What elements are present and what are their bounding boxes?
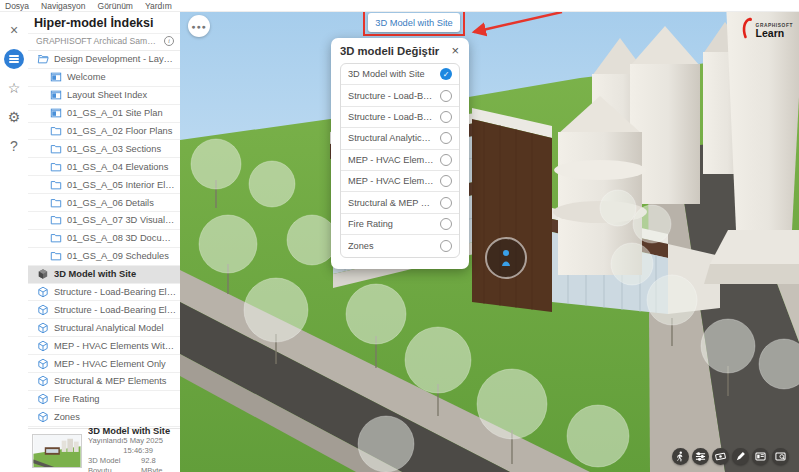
model-option-list: 3D Model with Site ✓ Structure - Load-Be…: [340, 63, 460, 258]
sidebar-item[interactable]: 01_GS_A_07 3D Visualization: [28, 212, 180, 230]
model-selector-button[interactable]: 3D Model with Site: [368, 13, 460, 32]
cube-icon: [36, 393, 49, 406]
cube-icon: [36, 357, 49, 370]
hypermodel-index-icon[interactable]: [4, 49, 24, 69]
cutaway-button[interactable]: [712, 448, 729, 465]
sidebar-item[interactable]: 01_GS_A_04 Elevations: [28, 158, 180, 176]
cube-icon: [36, 411, 49, 424]
published-label: Yayınlandı: [88, 436, 123, 456]
model-option[interactable]: Structure - Load-Bearing Elem...: [341, 85, 459, 106]
folder-icon: [49, 232, 62, 245]
project-name: GRAPHISOFT Archicad Sample Project - S..…: [36, 36, 160, 46]
model-thumbnail: [32, 434, 82, 468]
favorites-star-icon[interactable]: ☆: [4, 78, 24, 98]
more-options-button[interactable]: ●●●: [188, 15, 210, 37]
menu-bar: DosyaNavigasyonGörünümYardım: [0, 0, 799, 12]
hypermodel-index-panel: Hiper-model İndeksi GRAPHISOFT Archicad …: [28, 12, 180, 472]
radio-icon[interactable]: [440, 154, 452, 166]
sidebar-item[interactable]: 01_GS_A_09 Schedules: [28, 248, 180, 266]
published-value: 5 May 2025 15:46:39: [123, 436, 176, 456]
cube-icon: [36, 321, 49, 334]
menu-item-dosya[interactable]: Dosya: [5, 1, 29, 11]
sidebar-item[interactable]: Structure - Load-Bearing Elements: [28, 284, 180, 302]
hotspot-marker[interactable]: [486, 238, 526, 278]
folder-icon: [49, 178, 62, 191]
folder-icon: [49, 142, 62, 155]
logo-product-text: Learn: [756, 28, 793, 38]
info-panel-button[interactable]: [752, 448, 769, 465]
model-option[interactable]: MEP - HVAC Elements Within 3...: [341, 150, 459, 171]
radio-icon[interactable]: [440, 240, 452, 252]
close-icon[interactable]: ×: [450, 45, 460, 57]
viewer-toolbar: [672, 448, 789, 465]
sidebar-item[interactable]: Welcome: [28, 69, 180, 87]
3d-viewport[interactable]: ●●● 3D Model with Site GRAPHISOFT Learn …: [180, 12, 799, 472]
info-icon[interactable]: i: [164, 36, 174, 46]
folder-icon: [49, 160, 62, 173]
sidebar-item[interactable]: 01_GS_A_06 Details: [28, 194, 180, 212]
sidebar-item[interactable]: 01_GS_A_02 Floor Plans: [28, 123, 180, 141]
model-option[interactable]: Structural & MEP Elements: [341, 192, 459, 213]
radio-icon[interactable]: [440, 197, 452, 209]
sidebar-item[interactable]: Structure - Load-Bearing Elements - Tra.…: [28, 301, 180, 319]
sidebar-item[interactable]: 01_GS_A_03 Sections: [28, 140, 180, 158]
model-option[interactable]: MEP - HVAC Element Only: [341, 171, 459, 192]
size-value: 92.8 MByte: [141, 456, 176, 472]
left-rail: ×☆⚙?: [0, 12, 28, 472]
project-row[interactable]: GRAPHISOFT Archicad Sample Project - S..…: [28, 33, 180, 51]
model-option[interactable]: Fire Rating: [341, 214, 459, 235]
sidebar-item[interactable]: Design Development - Layouts: [28, 51, 180, 69]
sidebar-item[interactable]: Layout Sheet Index: [28, 87, 180, 105]
menu-item-navigasyon[interactable]: Navigasyon: [41, 1, 85, 11]
sidebar-item[interactable]: Fire Rating: [28, 391, 180, 409]
model-info-card: 3D Model with Site Yayınlandı5 May 2025 …: [28, 428, 180, 472]
sidebar-item-list: Design Development - Layouts Welcome Lay…: [28, 51, 180, 428]
folder-icon: [49, 214, 62, 227]
markup-pencil-button[interactable]: [732, 448, 749, 465]
model-option[interactable]: Structure - Load-Bearing Elem...: [341, 107, 459, 128]
model-option[interactable]: Structural Analytical Model: [341, 128, 459, 149]
settings-gear-icon[interactable]: ⚙: [4, 107, 24, 127]
sidebar-item[interactable]: Structural & MEP Elements: [28, 373, 180, 391]
folder-icon: [49, 125, 62, 138]
sidebar-item[interactable]: Structural Analytical Model: [28, 319, 180, 337]
sidebar-item[interactable]: MEP - HVAC Element Only: [28, 355, 180, 373]
sidebar-item[interactable]: Zones: [28, 409, 180, 427]
sidebar-item[interactable]: 3D Model with Site: [28, 266, 180, 284]
layout-sheet-icon: [49, 71, 62, 84]
3d-scene: [180, 12, 799, 472]
menu-item-yardım[interactable]: Yardım: [145, 1, 172, 11]
cube-icon: [36, 339, 49, 352]
graphisoft-learn-logo: GRAPHISOFT Learn: [739, 17, 793, 43]
radio-icon[interactable]: [440, 218, 452, 230]
help-icon[interactable]: ?: [4, 136, 24, 156]
cube-icon: [36, 303, 49, 316]
walk-mode-button[interactable]: [672, 448, 689, 465]
sidebar-item[interactable]: MEP - HVAC Elements Within 3D Model: [28, 337, 180, 355]
cube-dark-icon: [36, 268, 49, 281]
model-option[interactable]: 3D Model with Site ✓: [341, 64, 459, 85]
radio-selected-icon[interactable]: ✓: [440, 68, 452, 80]
radio-icon[interactable]: [440, 132, 452, 144]
radio-icon[interactable]: [440, 175, 452, 187]
footer-model-title: 3D Model with Site: [88, 426, 176, 436]
sidebar-item[interactable]: 01_GS_A_01 Site Plan: [28, 105, 180, 123]
radio-icon[interactable]: [440, 90, 452, 102]
menu-item-görünüm[interactable]: Görünüm: [98, 1, 133, 11]
folder-icon: [49, 250, 62, 263]
view-settings-button[interactable]: [692, 448, 709, 465]
snapshot-button[interactable]: [772, 448, 789, 465]
layout-sheet-icon: [49, 107, 62, 120]
app-window: DosyaNavigasyonGörünümYardım ×☆⚙? Hiper-…: [0, 0, 799, 472]
cube-icon: [36, 286, 49, 299]
radio-icon[interactable]: [440, 111, 452, 123]
model-option[interactable]: Zones: [341, 235, 459, 256]
cube-icon: [36, 375, 49, 388]
learn-logo-mark: [739, 17, 753, 43]
sidebar-item[interactable]: 01_GS_A_08 3D Documents: [28, 230, 180, 248]
close-icon[interactable]: ×: [4, 20, 24, 40]
size-label: 3D Model Boyutu: [88, 456, 141, 472]
dialog-title: 3D modeli Değiştir: [340, 45, 439, 57]
sidebar-item[interactable]: 01_GS_A_05 Interior Elevations: [28, 176, 180, 194]
layout-sheet-icon: [49, 89, 62, 102]
